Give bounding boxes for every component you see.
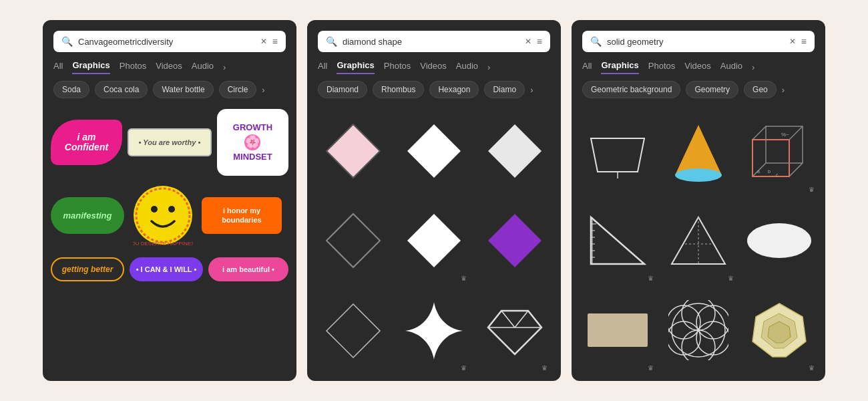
- sticker-manifesting[interactable]: manifesting: [51, 197, 124, 234]
- sticker-ican[interactable]: • I CAN & I WILL •: [130, 257, 203, 281]
- sticker-confident[interactable]: i amConfident: [51, 120, 122, 165]
- geo-pyramid-wireframe[interactable]: ♛: [660, 198, 737, 284]
- tab-photos-2[interactable]: Photos: [384, 61, 411, 74]
- sticker-honor[interactable]: i honor myboundaries: [202, 197, 282, 234]
- tag-diamo[interactable]: Diamo: [484, 81, 525, 98]
- svg-marker-42: [672, 217, 725, 264]
- diamond-thin-outline[interactable]: [315, 198, 391, 283]
- tabs-more-1[interactable]: ›: [223, 62, 226, 72]
- crown-badge-geo-2: ♛: [648, 275, 654, 282]
- sticker-beautiful[interactable]: i am beautiful •: [208, 257, 288, 281]
- svg-marker-13: [327, 304, 380, 358]
- svg-marker-9: [488, 124, 541, 178]
- search-icon-3: 🔍: [590, 36, 602, 47]
- tag-circle[interactable]: Circle: [219, 81, 257, 98]
- geo-flower-of-life[interactable]: [660, 287, 737, 373]
- svg-marker-8: [407, 124, 461, 178]
- filter-icon-1[interactable]: ≡: [272, 36, 278, 47]
- svg-marker-19: [591, 138, 644, 172]
- sticker-growth[interactable]: GROWTH 🌸 MINDSET: [217, 109, 288, 176]
- sticker-worthy[interactable]: • You are worthy •: [128, 128, 212, 156]
- tab-graphics-2[interactable]: Graphics: [337, 60, 374, 74]
- search-input-3[interactable]: [607, 37, 784, 47]
- tags-more-btn-2[interactable]: ›: [530, 81, 533, 98]
- diamond-white-flat[interactable]: ♛: [396, 198, 471, 283]
- svg-rect-47: [588, 313, 648, 347]
- stickers-grid: i amConfident • You are worthy • GROWTH …: [51, 109, 288, 281]
- filter-icon-3[interactable]: ≡: [801, 36, 807, 47]
- tags-more-btn-3[interactable]: ›: [782, 81, 785, 98]
- sticker-getting[interactable]: getting better: [51, 257, 124, 281]
- tab-videos-3[interactable]: Videos: [684, 61, 711, 74]
- search-input-2[interactable]: [343, 37, 519, 47]
- svg-marker-7: [327, 124, 380, 178]
- tag-rhombus[interactable]: Rhombus: [373, 81, 424, 98]
- geo-rectangle[interactable]: ♛: [580, 287, 656, 373]
- svg-marker-22: [675, 125, 722, 175]
- search-bar-2: 🔍 ✕ ≡: [318, 31, 550, 52]
- tab-audio-1[interactable]: Audio: [192, 61, 214, 74]
- panel-1: 🔍 ✕ ≡ All Graphics Photos Videos Audio ›…: [43, 20, 296, 381]
- tag-waterbottle[interactable]: Water bottle: [153, 81, 213, 98]
- tag-soda[interactable]: Soda: [53, 81, 89, 98]
- svg-point-23: [675, 168, 722, 182]
- svg-text:c: c: [776, 172, 779, 177]
- svg-text:b: b: [768, 169, 771, 174]
- tab-graphics-1[interactable]: Graphics: [72, 60, 110, 74]
- geo-dodecahedron[interactable]: ♛: [740, 287, 817, 373]
- panels-container: 🔍 ✕ ≡ All Graphics Photos Videos Audio ›…: [0, 0, 868, 401]
- tabs-1: All Graphics Photos Videos Audio ›: [43, 60, 296, 74]
- tab-photos-1[interactable]: Photos: [120, 61, 146, 74]
- tab-audio-2[interactable]: Audio: [456, 61, 478, 74]
- diamond-outline-thin[interactable]: [315, 289, 391, 373]
- diamonds-grid: ♛ ♛: [315, 109, 553, 373]
- tag-diamond[interactable]: Diamond: [318, 81, 367, 98]
- diamond-pink-outline[interactable]: [315, 109, 391, 193]
- tab-photos-3[interactable]: Photos: [648, 61, 675, 74]
- clear-icon-3[interactable]: ✕: [789, 37, 796, 46]
- tab-graphics-3[interactable]: Graphics: [601, 60, 638, 74]
- tag-geometry[interactable]: Geometry: [686, 81, 738, 98]
- filter-icon-2[interactable]: ≡: [537, 36, 542, 47]
- svg-marker-10: [327, 214, 380, 267]
- tab-all-2[interactable]: All: [318, 61, 327, 74]
- clear-icon-1[interactable]: ✕: [260, 37, 267, 46]
- crown-badge-geo-4: ♛: [648, 364, 654, 372]
- diamond-purple[interactable]: [477, 198, 553, 283]
- geo-trapezoid[interactable]: [580, 109, 656, 194]
- geo-ellipse[interactable]: [740, 198, 817, 284]
- crown-badge-geo-1: ♛: [809, 186, 815, 193]
- tag-geobg[interactable]: Geometric background: [582, 81, 680, 98]
- diamond-sparkle[interactable]: ♛: [396, 289, 471, 373]
- tab-all-3[interactable]: All: [582, 61, 592, 74]
- tabs-more-2[interactable]: ›: [487, 62, 490, 72]
- clear-icon-2[interactable]: ✕: [525, 37, 531, 46]
- tab-all-1[interactable]: All: [53, 61, 63, 74]
- diamond-gem-outline[interactable]: ♛: [477, 289, 553, 373]
- panel-2: 🔍 ✕ ≡ All Graphics Photos Videos Audio ›…: [307, 20, 561, 381]
- svg-point-4: [151, 206, 158, 213]
- svg-point-3: [136, 188, 190, 242]
- tabs-more-3[interactable]: ›: [752, 62, 754, 72]
- diamond-white-2[interactable]: [477, 109, 553, 193]
- content-area-1: i amConfident • You are worthy • GROWTH …: [43, 106, 296, 381]
- tag-hexagon[interactable]: Hexagon: [429, 81, 479, 98]
- tags-more-btn-1[interactable]: ›: [262, 81, 264, 98]
- tab-videos-2[interactable]: Videos: [420, 61, 447, 74]
- geo-cone[interactable]: [660, 109, 737, 194]
- geo-triangle-ruler[interactable]: ♛: [580, 198, 656, 284]
- tab-audio-3[interactable]: Audio: [720, 61, 742, 74]
- stickers-row-2: manifesting YOU DESERVE HAPPINESS: [51, 185, 288, 245]
- tags-1: Soda Coca cola Water bottle Circle ›: [43, 81, 296, 98]
- tag-cocacola[interactable]: Coca cola: [95, 81, 148, 98]
- svg-text:a: a: [757, 169, 760, 174]
- geo-cube-wireframe[interactable]: %~ b a c ♛: [740, 109, 817, 194]
- tag-geo[interactable]: Geo: [744, 81, 777, 98]
- sticker-smiley-wrap[interactable]: YOU DESERVE HAPPINESS: [130, 185, 196, 245]
- svg-text:🌸: 🌸: [245, 134, 260, 149]
- tab-videos-1[interactable]: Videos: [156, 61, 182, 74]
- diamond-white-1[interactable]: [396, 109, 471, 193]
- stickers-row-3: getting better • I CAN & I WILL • i am b…: [51, 257, 288, 281]
- svg-marker-34: [591, 217, 644, 264]
- search-input-1[interactable]: [78, 37, 255, 47]
